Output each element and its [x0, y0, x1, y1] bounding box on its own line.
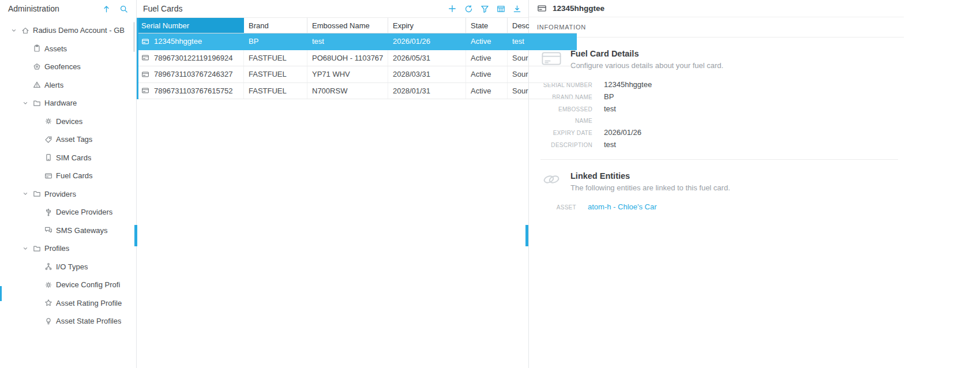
linked-asset-row: ASSET atom-h - Chloe's Car: [540, 201, 898, 213]
sidebar-header: Administration: [0, 0, 136, 17]
cell-embossed: N700RSW: [307, 83, 388, 99]
sidebar-item-asset-rating-profiles[interactable]: Asset Rating Profile: [0, 294, 136, 313]
list-panel-title: Fuel Cards: [143, 4, 446, 13]
field-expiry-date: EXPIRY DATE 2026/01/26: [540, 127, 898, 139]
sim-card-icon: [43, 153, 54, 162]
fuel-card-icon: [537, 3, 547, 13]
cell-state: Active: [466, 66, 508, 82]
chat-bubbles-icon: [43, 226, 54, 235]
sidebar-item-asset-state-profiles[interactable]: Asset State Profiles: [0, 312, 136, 331]
detail-header: 12345hhggtee: [529, 0, 904, 17]
table-row[interactable]: 7896731103767615752 FASTFUEL N700RSW 202…: [137, 83, 577, 100]
fuel-card-icon: [141, 54, 149, 62]
fuel-card-details-heading: Fuel Card Details Configure various deta…: [570, 49, 723, 70]
table-row[interactable]: 12345hhggtee BP test 2026/01/26 Active t…: [137, 33, 577, 50]
fuel-cards-table: Serial Number Brand Embossed Name Expiry…: [137, 18, 577, 99]
sidebar-item-device-providers[interactable]: Device Providers: [0, 203, 136, 221]
filter-button[interactable]: [479, 3, 490, 14]
cell-state: Active: [466, 50, 508, 66]
cell-brand: BP: [244, 33, 307, 50]
sidebar-item-alerts[interactable]: Alerts: [0, 76, 136, 95]
cell-expiry: 2028/01/31: [388, 83, 466, 99]
linked-entities-list: ASSET atom-h - Chloe's Car: [540, 201, 898, 213]
column-header-serial-number[interactable]: Serial Number: [137, 18, 244, 33]
linked-entities-section: Linked Entities The following entities a…: [540, 171, 898, 192]
list-toolbar: [446, 3, 523, 14]
fuel-card-detail-panel: 12345hhggtee INFORMATION Fuel Card Detai…: [529, 0, 904, 368]
chevron-down-icon[interactable]: [20, 244, 31, 253]
home-icon: [20, 26, 31, 35]
cell-brand: FASTFUEL: [244, 83, 307, 99]
cell-brand: FASTFUEL: [244, 50, 307, 66]
refresh-button[interactable]: [463, 3, 474, 14]
splitter-scrollbar-thumb[interactable]: [134, 225, 137, 246]
app-root: Administration Radius Demo Account - GB …: [0, 0, 980, 368]
chevron-down-icon[interactable]: [8, 26, 20, 35]
chevron-down-icon[interactable]: [20, 99, 31, 108]
column-header-state[interactable]: State: [466, 18, 508, 33]
admin-tree: Radius Demo Account - GB Assets Geofence…: [0, 17, 136, 368]
edge-scrollbar-thumb[interactable]: [0, 286, 2, 301]
cell-expiry: 2028/03/31: [388, 66, 466, 82]
empty-area: [904, 0, 980, 368]
detail-content: Fuel Card Details Configure various deta…: [529, 37, 904, 368]
sort-icon[interactable]: [100, 3, 112, 14]
section-divider: [540, 159, 898, 160]
sidebar-item-providers[interactable]: Providers: [0, 185, 136, 204]
sidebar-item-io-types[interactable]: I/O Types: [0, 258, 136, 276]
fuel-card-fields: SERIAL NUMBER 12345hhggtee BRAND NAME BP…: [540, 79, 898, 151]
cell-state: Active: [466, 33, 508, 50]
fuel-card-icon: [141, 37, 149, 46]
sidebar-item-profiles[interactable]: Profiles: [0, 239, 136, 258]
cell-description: Sour: [508, 66, 577, 82]
sidebar-item-assets[interactable]: Assets: [0, 40, 136, 58]
column-header-description[interactable]: Desc: [508, 18, 577, 33]
detail-title: 12345hhggtee: [553, 4, 604, 13]
cell-serial: 7896731103767246327: [137, 66, 244, 82]
splitter-scrollbar-thumb[interactable]: [525, 225, 528, 246]
field-brand-name: BRAND NAME BP: [540, 91, 898, 103]
table-focus-accent: [137, 18, 138, 99]
sidebar-item-devices[interactable]: Devices: [0, 112, 136, 131]
folder-icon: [31, 99, 43, 108]
column-header-expiry[interactable]: Expiry: [388, 18, 466, 33]
column-header-embossed-name[interactable]: Embossed Name: [307, 18, 388, 33]
section-title: Linked Entities: [570, 171, 730, 181]
cell-expiry: 2026/05/31: [388, 50, 466, 66]
administration-sidebar: Administration Radius Demo Account - GB …: [0, 0, 137, 368]
table-row[interactable]: 7896730122119196924 FASTFUEL PO68UOH - 1…: [137, 50, 577, 67]
fuel-card-details-section: Fuel Card Details Configure various deta…: [540, 49, 898, 70]
cell-embossed: PO68UOH - 1103767: [307, 50, 388, 66]
linked-asset-link[interactable]: atom-h - Chloe's Car: [588, 201, 657, 213]
sidebar-item-fuel-cards[interactable]: Fuel Cards: [0, 167, 136, 185]
information-section-label: INFORMATION: [529, 17, 904, 37]
table-row[interactable]: 7896731103767246327 FASTFUEL YP71 WHV 20…: [137, 66, 577, 83]
search-icon[interactable]: [118, 3, 129, 14]
cell-description: test: [508, 33, 577, 50]
list-panel-header: Fuel Cards: [137, 0, 528, 18]
sidebar-item-sim-cards[interactable]: SIM Cards: [0, 149, 136, 167]
cell-description: Sour: [508, 83, 577, 99]
column-header-brand[interactable]: Brand: [244, 18, 307, 33]
add-button[interactable]: [446, 3, 458, 14]
columns-button[interactable]: [495, 3, 506, 14]
tag-icon: [43, 135, 54, 144]
sidebar-item-radius-demo-account[interactable]: Radius Demo Account - GB: [0, 21, 136, 40]
star-icon: [43, 298, 54, 307]
folder-icon: [31, 244, 43, 253]
linked-entities-heading: Linked Entities The following entities a…: [570, 171, 730, 192]
sidebar-scrollbar-thumb[interactable]: [133, 22, 135, 52]
download-button[interactable]: [511, 3, 523, 14]
chevron-down-icon[interactable]: [20, 189, 31, 198]
cell-embossed: test: [307, 33, 388, 50]
sidebar-item-sms-gateways[interactable]: SMS Gateways: [0, 221, 136, 240]
geofence-icon: [31, 62, 43, 72]
field-embossed-name: EMBOSSED NAME test: [540, 103, 898, 127]
cell-description: Sour: [508, 50, 577, 66]
sidebar-item-asset-tags[interactable]: Asset Tags: [0, 130, 136, 149]
sidebar-item-hardware[interactable]: Hardware: [0, 94, 136, 112]
sidebar-item-geofences[interactable]: Geofences: [0, 58, 136, 76]
bulb-icon: [43, 317, 54, 326]
sidebar-item-device-config-profiles[interactable]: Device Config Profi: [0, 276, 136, 294]
fuel-card-icon: [43, 171, 54, 181]
